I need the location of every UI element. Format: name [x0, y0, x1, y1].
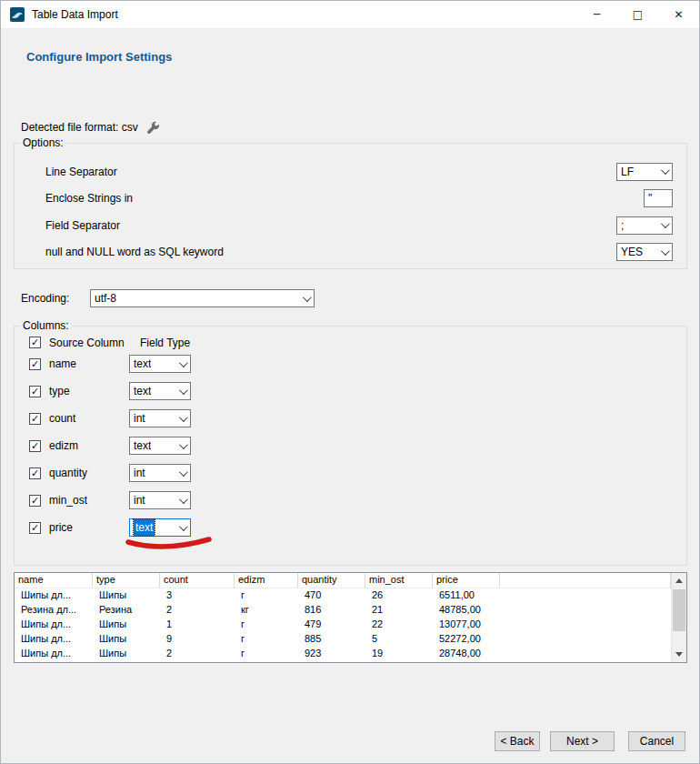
column-checkbox-name[interactable]: ✓	[29, 358, 41, 370]
back-button[interactable]: < Back	[495, 731, 540, 751]
preview-header-type[interactable]: type	[93, 573, 160, 588]
preview-cell: 21	[365, 603, 433, 618]
chevron-down-icon	[177, 523, 186, 532]
preview-cell: 52272,00	[433, 632, 500, 647]
options-group: Options: Line SeparatorLFEnclose Strings…	[14, 143, 687, 269]
field-type-select-name-value: text	[134, 356, 151, 372]
preview-cell-fill	[500, 588, 671, 603]
table-row[interactable]: Шипы дл...Шипы1г4792213077,00	[15, 618, 671, 632]
preview-table-body: Шипы дл...Шипы3г470266511,00Резина дл...…	[15, 588, 671, 661]
options-group-label: Options:	[20, 136, 66, 149]
table-row[interactable]: Резина дл...Резина2кг8162148785,00	[15, 603, 671, 618]
preview-header-edizm[interactable]: edizm	[235, 573, 298, 588]
table-row[interactable]: Шипы дл...Шипы2г9231928748,00	[15, 647, 671, 661]
preview-cell: 479	[298, 618, 365, 632]
preview-cell: Резина	[93, 603, 160, 618]
preview-cell: 3	[160, 588, 235, 603]
scrollbar-thumb[interactable]	[673, 589, 685, 631]
chevron-down-icon	[177, 387, 186, 396]
column-checkbox-price[interactable]: ✓	[29, 522, 41, 534]
preview-cell: Резина дл...	[15, 603, 93, 618]
next-button[interactable]: Next >	[550, 731, 615, 751]
chevron-down-icon	[177, 496, 186, 505]
preview-cell: г	[235, 632, 298, 647]
column-checkbox-type[interactable]: ✓	[29, 386, 41, 397]
preview-grid: nametypecountedizmquantitymin_ostprice Ш…	[15, 573, 671, 662]
columns-group-label: Columns:	[20, 319, 72, 332]
field-separator-label: Field Separator	[45, 219, 120, 232]
column-checkbox-edizm[interactable]: ✓	[29, 440, 41, 452]
preview-cell: 923	[298, 647, 365, 661]
preview-cell: 28748,00	[433, 647, 500, 661]
line-separator-label: Line Separator	[45, 166, 117, 178]
preview-cell-fill	[500, 603, 671, 618]
preview-header-min_ost[interactable]: min_ost	[365, 573, 433, 588]
field-type-select-count[interactable]: int	[129, 409, 191, 427]
chevron-down-icon	[177, 414, 186, 423]
field-separator-select[interactable]: ;	[616, 216, 673, 235]
preview-cell: 13077,00	[433, 618, 500, 632]
preview-cell: Шипы дл...	[15, 618, 93, 632]
column-label-count: count	[49, 412, 129, 425]
preview-cell: Шипы	[93, 632, 160, 647]
encoding-select[interactable]: utf-8	[90, 289, 315, 307]
maximize-button[interactable]: □	[617, 1, 658, 28]
field-type-select-quantity-value: int	[134, 465, 145, 481]
close-button[interactable]: ✕	[658, 1, 699, 28]
field-type-select-type[interactable]: text	[129, 382, 191, 400]
scroll-down-icon[interactable]	[672, 647, 686, 662]
chevron-down-icon	[659, 167, 668, 176]
field-type-select-edizm-value: text	[134, 437, 151, 454]
column-checkbox-quantity[interactable]: ✓	[29, 467, 41, 479]
preview-cell: Шипы дл...	[15, 632, 93, 647]
preview-header-quantity[interactable]: quantity	[298, 573, 365, 588]
column-label-edizm: edizm	[49, 439, 129, 452]
chevron-down-icon	[177, 359, 186, 368]
table-row[interactable]: Шипы дл...Шипы9г885552272,00	[15, 632, 671, 647]
columns-group: Columns: ✓ Source Column Field Type ✓nam…	[14, 326, 687, 566]
field-type-select-name[interactable]: text	[129, 355, 191, 373]
columns-header: ✓ Source Column Field Type	[15, 335, 686, 350]
preview-cell: Шипы дл...	[15, 588, 93, 603]
column-row-price: ✓pricetext	[15, 514, 686, 541]
minimize-button[interactable]: ─	[576, 1, 617, 28]
preview-cell: 1	[160, 618, 235, 632]
encoding-select-value: utf-8	[95, 290, 116, 307]
encoding-row: Encoding: utf-8	[21, 289, 315, 307]
preview-header-count[interactable]: count	[160, 573, 235, 588]
wrench-icon[interactable]	[146, 121, 160, 135]
column-checkbox-count[interactable]: ✓	[29, 413, 41, 425]
line-separator-select[interactable]: LF	[616, 163, 673, 181]
field-type-select-quantity[interactable]: int	[129, 464, 191, 482]
null-keyword-select[interactable]: YES	[616, 243, 673, 261]
preview-cell: Шипы	[93, 618, 160, 632]
field-type-select-edizm[interactable]: text	[129, 437, 191, 455]
field-type-select-type-value: text	[134, 383, 151, 399]
preview-cell: г	[235, 618, 298, 632]
field-type-select-min_ost[interactable]: int	[129, 491, 191, 509]
preview-cell: г	[235, 588, 298, 603]
preview-header-price[interactable]: price	[433, 573, 500, 588]
enclose-strings-input[interactable]: "	[644, 189, 673, 207]
scroll-up-icon[interactable]	[672, 573, 686, 588]
cancel-button[interactable]: Cancel	[628, 731, 685, 751]
column-checkbox-min_ost[interactable]: ✓	[29, 495, 41, 507]
chevron-down-icon	[659, 221, 668, 230]
preview-cell: 2	[160, 603, 235, 618]
preview-cell-fill	[500, 632, 671, 647]
table-row[interactable]: Шипы дл...Шипы3г470266511,00	[15, 588, 671, 603]
preview-cell: 2	[160, 647, 235, 661]
chevron-down-icon	[177, 441, 186, 450]
preview-header-name[interactable]: name	[15, 573, 93, 588]
field-separator-select-value: ;	[621, 217, 624, 234]
field-type-select-price[interactable]: text	[129, 518, 191, 537]
vertical-scrollbar[interactable]	[671, 573, 686, 662]
select-all-checkbox[interactable]: ✓	[29, 337, 41, 348]
detected-file-format-label: Detected file format: csv	[21, 121, 138, 134]
preview-cell: 885	[298, 632, 365, 647]
column-rows: ✓nametext✓typetext✓countint✓edizmtext✓qu…	[15, 350, 686, 541]
column-row-count: ✓countint	[15, 405, 686, 432]
column-label-name: name	[49, 357, 129, 370]
enclose-strings-label: Enclose Strings in	[45, 192, 133, 205]
preview-cell: 5	[365, 632, 433, 647]
